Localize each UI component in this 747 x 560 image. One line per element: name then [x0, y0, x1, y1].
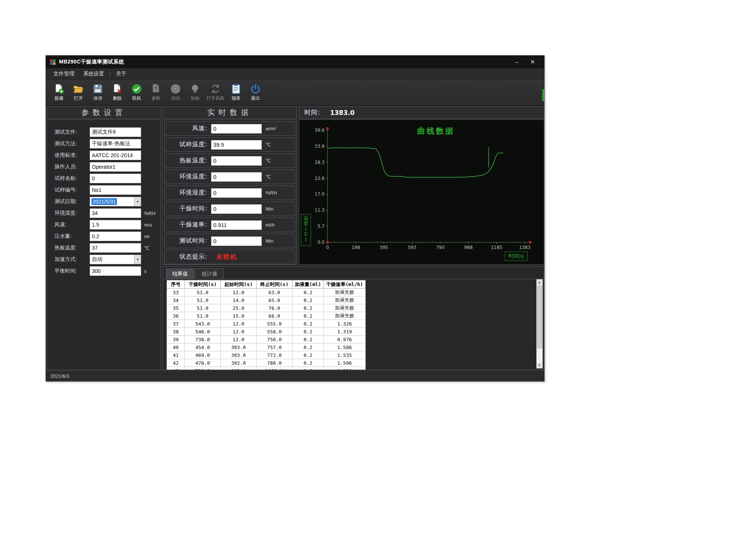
menu-bar: 文件管理系统设置|关于 — [46, 68, 544, 80]
param-label: 风速: — [55, 221, 90, 228]
menu-item-3[interactable]: 关于 — [111, 69, 131, 79]
realtime-label: 干燥速率: — [168, 221, 207, 229]
column-header: 加液量(ml) — [292, 280, 324, 289]
realtime-input[interactable]: 39.5 — [211, 140, 262, 150]
scroll-down-icon[interactable]: ▼ — [537, 363, 542, 368]
table-cell: 0.2 — [292, 351, 324, 359]
table-cell: 38 — [167, 328, 185, 336]
realtime-input[interactable]: 0 — [211, 204, 262, 214]
realtime-input[interactable]: 0 — [211, 172, 262, 182]
param-label: 测试文件: — [55, 129, 90, 136]
table-row[interactable]: 43790.0303.01093.00.20.911 — [167, 367, 366, 370]
toolbar-button-heat-bulb[interactable]: 加热 — [186, 82, 204, 103]
toolbar-button-params-doc[interactable]: ?参数 — [147, 82, 165, 103]
menu-item-2[interactable]: 系统设置 — [79, 69, 109, 79]
close-button[interactable]: ✕ — [525, 56, 540, 68]
table-cell: 12.0 — [221, 289, 257, 296]
table-row[interactable]: 39738.012.0750.00.20.976 — [167, 336, 366, 343]
realtime-input[interactable]: 0 — [211, 236, 262, 246]
results-table: 序号干燥时间(s)起始时间(s)终止时间(s)加液量(ml)干燥速率(ml/h)… — [167, 280, 366, 370]
param-input[interactable]: AATCC 201-2014 — [90, 150, 141, 160]
tab-results[interactable]: 结果值 — [166, 268, 194, 279]
realtime-field-row: 环境温度:0℃ — [164, 169, 295, 184]
y-axis-label: 温度(C) — [301, 214, 311, 246]
column-header: 终止时间(s) — [257, 280, 292, 289]
param-field-row: 风速:1.5m/s — [55, 220, 161, 230]
realtime-input[interactable]: 0.911 — [211, 220, 262, 230]
param-input-value: 0 — [92, 175, 95, 181]
param-input[interactable]: Operator1 — [90, 162, 141, 172]
toolbar-button-report-clipboard[interactable]: 报表 — [227, 82, 245, 103]
realtime-input[interactable]: 0 — [211, 156, 262, 166]
minimize-button[interactable]: – — [509, 56, 525, 68]
param-input[interactable]: 干燥速率-热板法 — [90, 139, 141, 149]
table-row[interactable]: 37543.012.0555.00.21.326 — [167, 320, 366, 328]
exit-power-icon — [250, 83, 261, 94]
menu-item-1[interactable]: 文件管理 — [49, 69, 79, 79]
table-cell: 76.0 — [257, 304, 292, 312]
param-input[interactable]: 34 — [90, 208, 141, 218]
chevron-down-icon[interactable]: ▼ — [134, 255, 141, 264]
svg-text:): ) — [305, 236, 307, 242]
chevron-down-icon[interactable]: ▼ — [134, 197, 141, 206]
table-cell: 469.0 — [185, 351, 221, 359]
table-row[interactable]: 3451.014.065.00.2加液失败 — [167, 296, 366, 304]
table-cell: 0.2 — [292, 312, 324, 320]
toolbar-button-new-doc[interactable]: 新建 — [50, 82, 68, 103]
param-select[interactable]: 自动▼ — [90, 255, 141, 264]
realtime-field-row: 试样温度:39.5℃ — [164, 137, 295, 152]
table-cell: 1093.0 — [257, 367, 292, 370]
table-row[interactable]: 42478.0302.0780.00.21.506 — [167, 359, 366, 367]
param-field-row: 操作人员:Operator1 — [55, 162, 161, 172]
realtime-unit: ℃ — [266, 174, 271, 180]
temperature-curve — [328, 148, 503, 177]
svg-text:28.3: 28.3 — [314, 160, 325, 165]
tab-statistics[interactable]: 统计值 — [195, 268, 224, 279]
svg-text:22.6: 22.6 — [314, 176, 325, 181]
toolbar-button-start[interactable]: 启动 — [166, 82, 185, 103]
param-input[interactable]: 300 — [90, 266, 141, 276]
table-row[interactable]: 3551.025.076.00.2加液失败 — [167, 304, 366, 312]
realtime-input-value: 0 — [213, 190, 216, 196]
toolbar-button-open-folder[interactable]: 打开 — [69, 82, 88, 103]
toolbar-button-fan-refresh[interactable]: 打开风机 — [205, 82, 226, 103]
param-input[interactable]: 测试文件8 — [90, 127, 141, 137]
delete-doc-icon — [112, 83, 123, 94]
svg-text:时间(s): 时间(s) — [508, 253, 524, 259]
scroll-up-icon[interactable]: ▲ — [537, 280, 542, 285]
x-axis-label: 时间(s) — [505, 252, 527, 261]
table-row[interactable]: 3651.015.066.00.2加液失败 — [167, 312, 366, 320]
table-cell: 39 — [167, 336, 185, 343]
param-input[interactable]: No1 — [90, 185, 141, 195]
svg-text:?: ? — [154, 86, 157, 91]
realtime-label: 状态提示: — [168, 253, 207, 261]
toolbar-button-label: 保存 — [93, 95, 102, 102]
toolbar-button-save[interactable]: 保存 — [89, 82, 107, 103]
param-input[interactable]: 1.5 — [90, 220, 141, 230]
toolbar-button-exit-power[interactable]: 退出 — [246, 82, 265, 103]
param-input[interactable]: 0 — [90, 174, 141, 183]
table-cell: 25.0 — [221, 304, 257, 312]
table-row[interactable]: 38546.012.0558.00.21.319 — [167, 328, 366, 336]
table-cell: 加液失败 — [324, 304, 366, 312]
toolbar-button-connect[interactable]: 联机 — [127, 82, 146, 103]
heat-bulb-icon — [189, 83, 201, 94]
realtime-input-value: 0 — [213, 174, 216, 180]
table-cell: 0.2 — [292, 359, 324, 367]
vertical-scrollbar[interactable]: ▲ ▼ — [536, 279, 543, 368]
realtime-section-header: 实时数据 — [162, 106, 297, 119]
table-row[interactable]: 41469.0303.0772.00.21.535 — [167, 351, 366, 359]
scrollbar-thumb[interactable] — [537, 286, 542, 348]
param-select[interactable]: 2021/5/31▼ — [90, 197, 141, 206]
svg-text:988: 988 — [464, 245, 473, 250]
realtime-input[interactable]: 0 — [211, 188, 262, 198]
param-label: 试样编号: — [55, 187, 90, 193]
table-cell: 0.2 — [292, 367, 324, 370]
table-cell: 15.0 — [221, 312, 257, 320]
table-row[interactable]: 3351.012.063.00.2加液失败 — [167, 289, 366, 296]
param-input[interactable]: 0.2 — [90, 231, 141, 241]
param-input[interactable]: 37 — [90, 243, 141, 253]
realtime-input[interactable]: 0 — [211, 124, 262, 134]
table-row[interactable]: 40454.0303.0757.00.21.586 — [167, 343, 366, 351]
toolbar-button-delete-doc[interactable]: 删除 — [108, 82, 127, 103]
